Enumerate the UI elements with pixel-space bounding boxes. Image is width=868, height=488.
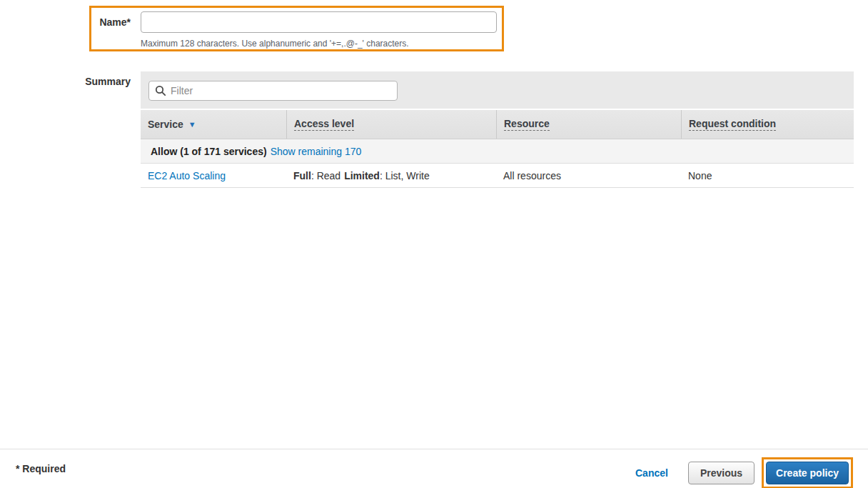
create-policy-button[interactable]: Create policy: [766, 462, 849, 484]
column-header-service[interactable]: Service ▼: [141, 110, 286, 139]
request-condition-value: None: [688, 170, 712, 181]
access-level-cell: Full: ReadLimited: List, Write: [286, 164, 496, 187]
summary-section-label: Summary: [0, 76, 131, 87]
column-header-access-level-label: Access level: [294, 118, 354, 131]
column-header-access-level: Access level: [286, 110, 496, 139]
access-limited-value: : List, Write: [380, 170, 430, 181]
previous-button[interactable]: Previous: [688, 462, 755, 484]
allow-group-summary: Allow (1 of 171 services): [151, 146, 267, 157]
service-cell: EC2 Auto Scaling: [141, 164, 286, 187]
name-field-label: Name*: [0, 16, 131, 28]
required-note: * Required: [16, 463, 66, 474]
column-header-resource-label: Resource: [504, 118, 550, 131]
request-condition-cell: None: [681, 164, 854, 187]
column-header-request-condition-label: Request condition: [689, 118, 776, 131]
column-header-request-condition: Request condition: [681, 110, 854, 139]
sort-caret-icon: ▼: [188, 121, 196, 129]
allow-group-row: Allow (1 of 171 services) Show remaining…: [141, 139, 854, 164]
name-field-help-text: Maximum 128 characters. Use alphanumeric…: [141, 39, 409, 49]
policy-summary-table: Service ▼ Access level Resource Request …: [141, 71, 854, 188]
footer-actions: Cancel Previous Create policy: [635, 457, 853, 488]
cancel-link[interactable]: Cancel: [635, 467, 668, 479]
show-remaining-link[interactable]: Show remaining 170: [271, 146, 362, 157]
service-link[interactable]: EC2 Auto Scaling: [148, 170, 226, 181]
table-header-row: Service ▼ Access level Resource Request …: [141, 110, 854, 139]
create-policy-review-page: Name* Maximum 128 characters. Use alphan…: [0, 0, 868, 488]
column-header-resource: Resource: [496, 110, 681, 139]
footer-action-bar: * Required Cancel Previous Create policy: [0, 449, 868, 488]
resource-cell: All resources: [496, 164, 681, 187]
policy-name-input[interactable]: [141, 11, 497, 33]
column-header-service-label: Service: [148, 119, 183, 130]
filter-bar: [141, 71, 854, 109]
access-limited-label: Limited: [344, 170, 380, 181]
tutorial-highlight-create-button: Create policy: [762, 457, 853, 488]
search-icon: [155, 85, 166, 96]
resource-value: All resources: [503, 170, 561, 181]
filter-box: [148, 81, 398, 101]
table-row: EC2 Auto Scaling Full: ReadLimited: List…: [141, 164, 854, 188]
access-full-label: Full: [293, 170, 311, 181]
filter-input[interactable]: [171, 81, 397, 100]
access-full-value: : Read: [311, 170, 340, 181]
